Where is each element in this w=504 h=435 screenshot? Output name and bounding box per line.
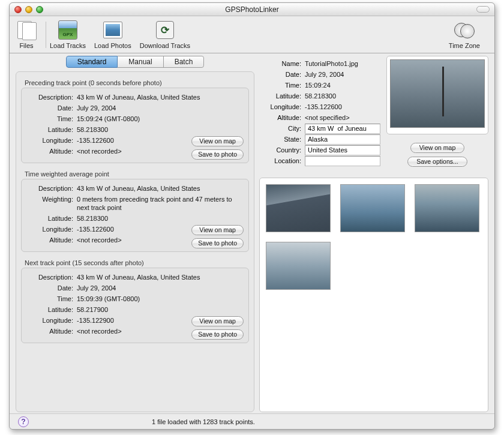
weighted-panel: Description:43 km W of Juneau, Alaska, U…: [21, 179, 249, 252]
thumbnail[interactable]: [340, 184, 405, 232]
label: State:: [259, 134, 301, 145]
country-input[interactable]: [305, 145, 380, 155]
weighted-latitude: 58.218300: [77, 213, 244, 224]
city-input[interactable]: [305, 124, 380, 134]
thumbnail[interactable]: [266, 184, 331, 232]
tab-batch[interactable]: Batch: [164, 56, 205, 68]
next-view-on-map-button[interactable]: View on map: [191, 316, 244, 326]
photo-latitude: 58.218300: [305, 91, 380, 101]
footer: ? 1 file loaded with 1283 track points.: [10, 413, 494, 429]
toolbar-files[interactable]: Files: [16, 19, 37, 52]
toolbar-toggle-button[interactable]: [476, 6, 490, 13]
zoom-window-button[interactable]: [36, 6, 43, 13]
toolbar: Files Load Tracks Load Photos Download T…: [10, 16, 494, 53]
next-latitude: 58.217900: [77, 304, 244, 315]
label: Time:: [26, 113, 73, 124]
weighted-title: Time weighted average point: [25, 170, 249, 178]
toolbar-download-tracks[interactable]: Download Tracks: [140, 19, 190, 52]
label: Country:: [259, 145, 301, 155]
photo-longitude: -135.122600: [305, 101, 380, 112]
weighted-weighting: 0 meters from preceding track point and …: [77, 194, 244, 213]
label: Altitude:: [26, 146, 73, 157]
files-icon: [17, 21, 35, 39]
label: Latitude:: [26, 213, 73, 224]
label: Latitude:: [26, 124, 73, 135]
preceding-title: Preceding track point (0 seconds before …: [25, 79, 249, 86]
label: Altitude:: [26, 326, 73, 337]
thumbnail[interactable]: [266, 242, 331, 290]
next-title: Next track point (15 seconds after photo…: [25, 259, 249, 266]
preview-column: View on map Save options...: [386, 56, 488, 167]
photos-icon: [103, 22, 122, 38]
label: Altitude:: [259, 112, 301, 123]
photo-preview-image: [390, 59, 485, 128]
preceding-date: July 29, 2004: [77, 103, 244, 113]
toolbar-load-photos-label: Load Photos: [94, 42, 131, 49]
content-area: Standard Manual Batch Preceding track po…: [10, 53, 494, 413]
photo-date: July 29, 2004: [305, 69, 380, 80]
label: Weighting:: [26, 194, 73, 213]
toolbar-time-zone-label: Time Zone: [449, 42, 480, 49]
photo-view-on-map-button[interactable]: View on map: [410, 143, 465, 153]
weighted-description: 43 km W of Juneau, Alaska, United States: [77, 183, 244, 194]
tab-standard[interactable]: Standard: [66, 56, 118, 68]
window-title: GPSPhotoLinker: [10, 5, 494, 14]
preceding-save-to-photo-button[interactable]: Save to photo: [191, 149, 244, 160]
label: Time:: [259, 80, 301, 91]
gpx-icon: [58, 20, 77, 40]
next-description: 43 km W of Juneau, Alaska, United States: [77, 272, 244, 283]
state-input[interactable]: [305, 134, 380, 145]
track-point-groupbox: Preceding track point (0 seconds before …: [16, 71, 254, 412]
titlebar: GPSPhotoLinker: [10, 3, 494, 16]
minimize-window-button[interactable]: [25, 6, 32, 13]
label: Date:: [259, 69, 301, 80]
toolbar-load-tracks-label: Load Tracks: [50, 42, 86, 49]
preceding-latitude: 58.218300: [77, 124, 244, 135]
photo-meta-fields: Name:TutorialPhoto1.jpg Date:July 29, 20…: [259, 56, 380, 167]
photo-name: TutorialPhoto1.jpg: [305, 58, 380, 69]
left-column: Standard Manual Batch Preceding track po…: [16, 56, 254, 412]
next-time: 15:09:39 (GMT-0800): [77, 293, 244, 304]
window-controls: [14, 6, 43, 13]
label: Description:: [26, 183, 73, 194]
app-window: GPSPhotoLinker Files Load Tracks Load Ph…: [9, 2, 495, 430]
toolbar-load-photos[interactable]: Load Photos: [94, 19, 131, 52]
preceding-panel: Description:43 km W of Juneau, Alaska, U…: [21, 88, 249, 163]
thumbnail[interactable]: [415, 184, 479, 232]
label: Description:: [26, 272, 73, 283]
weighted-view-on-map-button[interactable]: View on map: [191, 225, 244, 235]
photo-time: 15:09:24: [305, 80, 380, 91]
photo-preview-box: [386, 56, 488, 134]
label: Longitude:: [26, 135, 73, 146]
right-column: Name:TutorialPhoto1.jpg Date:July 29, 20…: [259, 56, 488, 412]
label: Latitude:: [259, 91, 301, 101]
download-icon: [156, 21, 174, 39]
photo-save-options-button[interactable]: Save options...: [407, 157, 467, 167]
toolbar-load-tracks[interactable]: Load Tracks: [50, 19, 86, 52]
photo-altitude: <not specified>: [305, 112, 380, 123]
label: Time:: [26, 293, 73, 304]
label: Name:: [259, 58, 301, 69]
label: Date:: [26, 283, 73, 293]
toolbar-time-zone[interactable]: Time Zone: [449, 19, 480, 52]
photo-meta-row: Name:TutorialPhoto1.jpg Date:July 29, 20…: [259, 56, 488, 167]
tab-manual[interactable]: Manual: [118, 56, 163, 68]
label: Altitude:: [26, 235, 73, 245]
close-window-button[interactable]: [14, 6, 22, 13]
next-date: July 29, 2004: [77, 283, 244, 293]
label: Location:: [259, 155, 301, 166]
label: Latitude:: [26, 304, 73, 315]
preceding-view-on-map-button[interactable]: View on map: [191, 136, 244, 146]
label: Date:: [26, 103, 73, 113]
mode-segmented-control: Standard Manual Batch: [16, 56, 254, 68]
location-input[interactable]: [305, 156, 380, 166]
label: Description:: [26, 92, 73, 103]
toolbar-files-label: Files: [19, 42, 33, 49]
weighted-save-to-photo-button[interactable]: Save to photo: [191, 238, 244, 248]
toolbar-download-tracks-label: Download Tracks: [140, 42, 190, 49]
label: Longitude:: [26, 224, 73, 235]
preceding-time: 15:09:24 (GMT-0800): [77, 113, 244, 124]
clock-icon: [454, 20, 475, 40]
thumbnail-grid: [259, 178, 488, 412]
next-save-to-photo-button[interactable]: Save to photo: [191, 329, 244, 340]
